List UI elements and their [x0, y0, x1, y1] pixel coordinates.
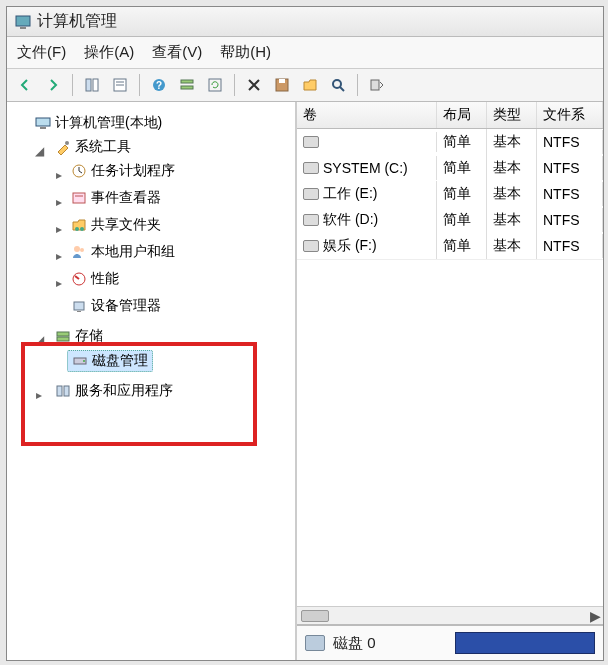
expand-icon[interactable]: ▸ [53, 195, 65, 209]
tree-label: 本地用户和组 [91, 243, 175, 261]
volume-row[interactable]: 娱乐 (F:)简单基本NTFS [297, 233, 603, 259]
volume-list-pane: 卷 布局 类型 文件系 简单基本NTFSSYSTEM (C:)简单基本NTFS工… [297, 102, 603, 660]
volume-fs: NTFS [537, 130, 603, 154]
tree-root[interactable]: 计算机管理(本地) [31, 113, 166, 133]
tree-system-tools[interactable]: 系统工具 [51, 137, 135, 157]
tree-storage[interactable]: 存储 [51, 326, 107, 346]
scrollbar-thumb[interactable] [301, 610, 329, 622]
svg-rect-1 [20, 27, 26, 29]
expand-icon[interactable]: ▸ [53, 249, 65, 263]
tree-local-users[interactable]: 本地用户和组 [67, 242, 179, 262]
svg-point-19 [65, 141, 69, 145]
titlebar[interactable]: 计算机管理 [7, 7, 603, 37]
col-layout[interactable]: 布局 [437, 102, 487, 128]
svg-point-24 [80, 227, 84, 231]
storage-icon [55, 328, 71, 344]
svg-rect-13 [279, 79, 285, 83]
menubar: 文件(F) 操作(A) 查看(V) 帮助(H) [7, 37, 603, 69]
drive-icon [303, 162, 319, 174]
disk-label: 磁盘 0 [333, 634, 376, 653]
tree-label: 服务和应用程序 [75, 382, 173, 400]
volume-rows: 简单基本NTFSSYSTEM (C:)简单基本NTFS工作 (E:)简单基本NT… [297, 129, 603, 259]
svg-rect-9 [181, 80, 193, 83]
disk-icon [72, 353, 88, 369]
volume-fs: NTFS [537, 208, 603, 232]
collapse-icon[interactable]: ◢ [33, 333, 45, 347]
find-button[interactable] [326, 73, 350, 97]
horizontal-scrollbar[interactable]: ▶ [297, 606, 603, 624]
separator [139, 74, 140, 96]
tree-label: 设备管理器 [91, 297, 161, 315]
device-icon [71, 298, 87, 314]
tree-device-manager[interactable]: 设备管理器 [67, 296, 165, 316]
tree-event-viewer[interactable]: 事件查看器 [67, 188, 165, 208]
menu-help[interactable]: 帮助(H) [220, 43, 271, 62]
open-button[interactable] [298, 73, 322, 97]
help-button[interactable]: ? [147, 73, 171, 97]
volume-type: 基本 [487, 233, 537, 259]
volume-row[interactable]: 简单基本NTFS [297, 129, 603, 155]
menu-view[interactable]: 查看(V) [152, 43, 202, 62]
back-button[interactable] [13, 73, 37, 97]
forward-button[interactable] [41, 73, 65, 97]
svg-rect-3 [93, 79, 98, 91]
svg-rect-29 [77, 311, 81, 312]
toolbar: ? [7, 69, 603, 102]
clock-icon [71, 163, 87, 179]
properties-button[interactable] [108, 73, 132, 97]
scroll-right-icon[interactable]: ▶ [587, 608, 603, 624]
col-volume[interactable]: 卷 [297, 102, 437, 128]
svg-rect-16 [371, 80, 379, 90]
tree-task-scheduler[interactable]: 任务计划程序 [67, 161, 179, 181]
tools-icon [55, 139, 71, 155]
separator [72, 74, 73, 96]
expand-icon[interactable]: ▸ [53, 276, 65, 290]
expand-icon[interactable]: ▸ [53, 168, 65, 182]
volume-name: 软件 (D:) [323, 211, 378, 229]
col-type[interactable]: 类型 [487, 102, 537, 128]
volume-row[interactable]: 软件 (D:)简单基本NTFS [297, 207, 603, 233]
volume-row[interactable]: 工作 (E:)简单基本NTFS [297, 181, 603, 207]
col-fs[interactable]: 文件系 [537, 102, 603, 128]
tree-services-apps[interactable]: 服务和应用程序 [51, 381, 177, 401]
tree-label: 磁盘管理 [92, 352, 148, 370]
separator [234, 74, 235, 96]
event-icon [71, 190, 87, 206]
app-icon [15, 14, 31, 30]
options-button[interactable] [365, 73, 389, 97]
svg-rect-11 [209, 79, 221, 91]
computer-management-window: 计算机管理 文件(F) 操作(A) 查看(V) 帮助(H) ? ▸ [6, 6, 604, 661]
collapse-icon[interactable]: ◢ [33, 144, 45, 158]
expand-icon[interactable]: ▸ [33, 388, 45, 402]
volume-type: 基本 [487, 181, 537, 207]
refresh-button[interactable] [203, 73, 227, 97]
disk-graphic-pane: 磁盘 0 [297, 624, 603, 660]
services-icon [55, 383, 71, 399]
svg-rect-35 [64, 386, 69, 396]
show-hide-button[interactable] [80, 73, 104, 97]
tree-performance[interactable]: 性能 [67, 269, 123, 289]
volume-name: 工作 (E:) [323, 185, 377, 203]
svg-rect-0 [16, 16, 30, 26]
menu-action[interactable]: 操作(A) [84, 43, 134, 62]
volume-row[interactable]: SYSTEM (C:)简单基本NTFS [297, 155, 603, 181]
volume-fs: NTFS [537, 234, 603, 258]
view-mode-button[interactable] [175, 73, 199, 97]
menu-file[interactable]: 文件(F) [17, 43, 66, 62]
delete-button[interactable] [242, 73, 266, 97]
svg-point-23 [75, 227, 79, 231]
svg-rect-10 [181, 86, 193, 89]
volume-layout: 简单 [437, 155, 487, 181]
volume-name: 娱乐 (F:) [323, 237, 377, 255]
save-button[interactable] [270, 73, 294, 97]
tree-pane[interactable]: ▸ 计算机管理(本地) ◢ 系统工具 [7, 102, 297, 660]
svg-rect-28 [74, 302, 84, 310]
drive-icon [303, 188, 319, 200]
expand-icon[interactable]: ▸ [53, 222, 65, 236]
partition-bar[interactable] [455, 632, 595, 654]
tree-label: 任务计划程序 [91, 162, 175, 180]
tree-disk-management[interactable]: 磁盘管理 [67, 350, 153, 372]
tree-label: 性能 [91, 270, 119, 288]
list-spacer [297, 259, 603, 606]
tree-shared-folders[interactable]: 共享文件夹 [67, 215, 165, 235]
